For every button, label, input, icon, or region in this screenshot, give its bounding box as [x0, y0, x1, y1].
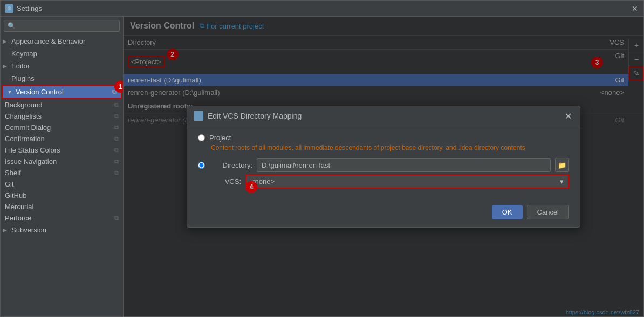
sidebar-item-appearance[interactable]: ▶ Appearance & Behavior: [1, 35, 123, 47]
sidebar-item-label: GitHub: [5, 191, 26, 199]
dialog-overlay: Edit VCS Directory Mapping ✕ Project Co: [124, 17, 643, 316]
sidebar-item-label: Version Control: [16, 88, 64, 96]
main-content: 🔍 ▶ Appearance & Behavior Keymap ▶ Edito…: [1, 17, 643, 316]
copy-icon: ⧉: [114, 158, 119, 165]
title-bar: ⚙ Settings ✕: [1, 1, 643, 17]
version-control-section: ▼ Version Control ⧉ 1: [2, 85, 122, 99]
sidebar-item-label: Shelf: [5, 169, 21, 177]
sidebar: 🔍 ▶ Appearance & Behavior Keymap ▶ Edito…: [1, 17, 124, 316]
sidebar-item-mercurial[interactable]: Mercurial: [1, 201, 123, 212]
window-title: Settings: [17, 4, 42, 12]
dialog-title-bar: Edit VCS Directory Mapping ✕: [187, 106, 580, 126]
search-icon: 🔍: [8, 22, 16, 30]
project-radio-row: Project: [198, 134, 569, 142]
annotation-badge-1: 1: [114, 81, 124, 93]
sidebar-item-label: Confirmation: [5, 135, 45, 143]
folder-browse-button[interactable]: 📁: [555, 158, 569, 172]
vcs-select-row: VCS: <none> ▾ 4: [198, 174, 569, 189]
sidebar-item-confirmation[interactable]: Confirmation ⧉: [1, 133, 123, 144]
expand-arrow-icon: ▶: [3, 63, 9, 69]
expand-arrow-icon: ▶: [3, 227, 9, 233]
window-close-button[interactable]: ✕: [631, 4, 639, 13]
copy-icon: ⧉: [114, 101, 119, 108]
content-area: Version Control ⧉ For current project Di…: [124, 17, 643, 316]
sidebar-item-label: Changelists: [5, 112, 42, 120]
sidebar-item-label: File Status Colors: [5, 146, 60, 154]
sidebar-item-changelists[interactable]: Changelists ⧉: [1, 111, 123, 122]
sidebar-item-git[interactable]: Git: [1, 178, 123, 190]
copy-icon: ⧉: [114, 215, 119, 222]
copy-icon: ⧉: [114, 169, 119, 176]
sidebar-item-label: Perforce: [5, 214, 31, 222]
settings-app-icon: ⚙: [5, 4, 13, 13]
project-info-text: Content roots of all modules, all immedi…: [211, 144, 569, 151]
directory-radio[interactable]: [198, 162, 205, 169]
sidebar-item-label: Issue Navigation: [5, 157, 57, 166]
sidebar-item-subversion[interactable]: ▶ Subversion: [1, 224, 123, 236]
sidebar-item-label: Mercurial: [5, 203, 33, 211]
sidebar-item-background[interactable]: Background ⧉: [1, 99, 123, 111]
sidebar-item-file-status-colors[interactable]: File Status Colors ⧉: [1, 144, 123, 156]
sidebar-item-issue-navigation[interactable]: Issue Navigation ⧉: [1, 156, 123, 167]
dialog-title: Edit VCS Directory Mapping: [208, 112, 302, 120]
dialog-close-button[interactable]: ✕: [563, 111, 573, 121]
expand-arrow-icon: ▼: [7, 89, 13, 95]
directory-input[interactable]: [257, 158, 551, 172]
cancel-button[interactable]: Cancel: [527, 205, 569, 219]
sidebar-item-perforce[interactable]: Perforce ⧉: [1, 212, 123, 224]
sidebar-item-label: Keymap: [11, 50, 37, 58]
dialog-body: Project Content roots of all modules, al…: [187, 126, 580, 205]
copy-icon: ⧉: [114, 147, 119, 154]
title-bar-left: ⚙ Settings: [5, 4, 42, 13]
sidebar-item-label: Plugins: [11, 74, 35, 82]
dialog-title-content: Edit VCS Directory Mapping: [194, 111, 302, 121]
expand-arrow-icon: ▶: [3, 38, 9, 44]
sidebar-item-shelf[interactable]: Shelf ⧉: [1, 167, 123, 178]
dropdown-arrow-icon: ▾: [560, 177, 564, 185]
dialog-icon: [194, 111, 203, 121]
settings-window: ⚙ Settings ✕ 🔍 ▶ Appearance & Behavior K…: [0, 0, 644, 317]
annotation-badge-4: 4: [245, 181, 257, 193]
sidebar-item-label: Subversion: [11, 226, 46, 234]
copy-icon: ⧉: [114, 135, 119, 142]
directory-radio-row: Directory: 📁: [198, 158, 569, 172]
sidebar-item-github[interactable]: GitHub: [1, 190, 123, 201]
sidebar-item-editor[interactable]: ▶ Editor: [1, 60, 123, 72]
sidebar-item-label: Editor: [11, 62, 30, 70]
project-radio-label: Project: [209, 134, 231, 142]
sidebar-item-version-control[interactable]: ▼ Version Control ⧉: [3, 86, 121, 98]
search-box[interactable]: 🔍: [4, 20, 120, 32]
sidebar-item-label: Commit Dialog: [5, 123, 51, 132]
sidebar-item-label: Background: [5, 101, 42, 109]
dialog-footer: OK Cancel: [187, 205, 580, 227]
edit-vcs-dialog: Edit VCS Directory Mapping ✕ Project Co: [187, 106, 580, 228]
directory-label: Directory:: [209, 161, 252, 169]
sidebar-item-label: Git: [5, 180, 14, 188]
ok-button[interactable]: OK: [492, 205, 523, 219]
copy-icon: ⧉: [114, 124, 119, 131]
right-panel: Version Control ⧉ For current project Di…: [124, 17, 643, 316]
sidebar-item-label: Appearance & Behavior: [11, 37, 85, 45]
project-radio[interactable]: [198, 134, 205, 141]
copy-icon: ⧉: [114, 113, 119, 120]
sidebar-item-plugins[interactable]: Plugins: [1, 72, 123, 85]
sidebar-item-keymap[interactable]: Keymap: [1, 47, 123, 60]
vcs-label: VCS:: [198, 177, 241, 185]
search-input[interactable]: [18, 22, 116, 30]
vcs-select[interactable]: <none> ▾: [245, 174, 569, 189]
sidebar-item-commit-dialog[interactable]: Commit Dialog ⧉: [1, 122, 123, 133]
